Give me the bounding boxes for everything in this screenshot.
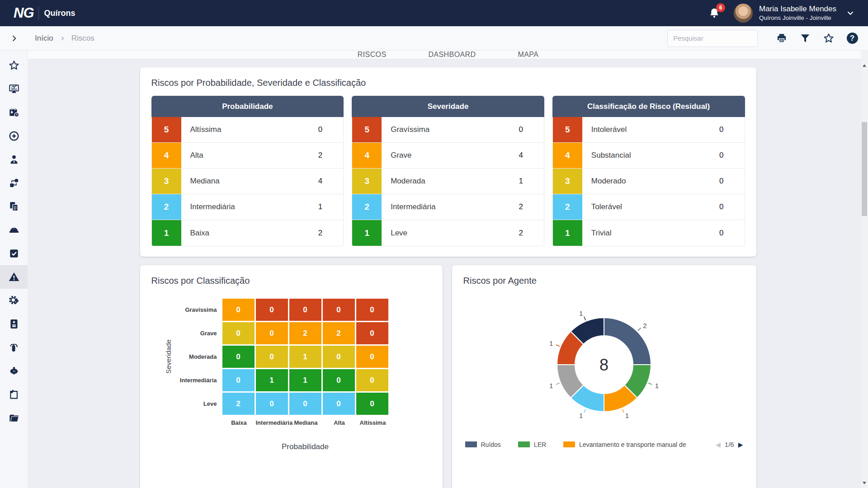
sidebar-item-risk[interactable] [0, 265, 28, 289]
print-button[interactable] [776, 33, 788, 44]
filter-button[interactable] [799, 33, 811, 44]
heatmap-cell[interactable]: 1 [289, 369, 321, 391]
heatmap-cell[interactable]: 0 [323, 299, 355, 321]
row-value: 4 [519, 143, 543, 168]
table-row[interactable]: 1Trivial0 [553, 220, 745, 246]
heatmap-cell[interactable]: 0 [289, 299, 321, 321]
heatmap-cell[interactable]: 0 [256, 322, 288, 344]
heatmap-cell[interactable]: 0 [222, 346, 255, 368]
heatmap-cell[interactable]: 1 [289, 346, 321, 368]
table-row[interactable]: 3Mediana4 [152, 169, 344, 194]
summary-table-header: Severidade [352, 96, 544, 117]
heatmap-col-label: Intermediária [256, 419, 289, 426]
vertical-scrollbar[interactable] [861, 51, 868, 488]
donut-callout-value: 1 [549, 339, 553, 347]
favorite-button[interactable] [823, 33, 835, 44]
sidebar-item-extinguisher[interactable] [0, 336, 28, 359]
heatmap-cell[interactable]: 0 [323, 346, 355, 368]
row-level-badge: 1 [152, 220, 181, 246]
heatmap-cell[interactable]: 0 [256, 299, 288, 321]
table-row[interactable]: 4Substancial0 [553, 143, 745, 169]
legend-item[interactable]: Levantamento e transporte manual de carg… [563, 441, 687, 448]
legend-prev-button[interactable]: ◀ [716, 441, 721, 448]
sidebar-expand-button[interactable] [0, 34, 28, 43]
heatmap-cell[interactable]: 0 [222, 369, 255, 391]
heatmap-cell[interactable]: 0 [323, 393, 355, 415]
legend-item[interactable]: Ruídos [465, 441, 501, 448]
sidebar-item-medical[interactable] [0, 312, 28, 336]
table-row[interactable]: 5Gravíssima0 [352, 117, 544, 143]
avatar[interactable] [734, 4, 753, 23]
breadcrumb-home[interactable]: Início [35, 34, 53, 43]
heatmap-cell[interactable]: 0 [289, 393, 321, 415]
table-row[interactable]: 4Alta2 [152, 143, 344, 169]
heatmap-cell[interactable]: 2 [289, 322, 321, 344]
heatmap-row-labels: GravíssimaGraveModeradaIntermediáriaLeve [174, 299, 222, 415]
table-row[interactable]: 1Leve2 [352, 220, 544, 246]
heatmap-cell[interactable]: 0 [356, 322, 388, 344]
notification-badge: 6 [716, 3, 725, 12]
table-row[interactable]: 1Baixa2 [152, 220, 344, 246]
table-row[interactable]: 2Intermediária1 [152, 194, 344, 220]
heatmap-cell[interactable]: 0 [356, 369, 388, 391]
user-menu[interactable]: Maria Isabelle Mendes Quírons Joinville … [759, 4, 836, 22]
heatmap-cell[interactable]: 0 [256, 393, 288, 415]
heatmap-cell[interactable]: 0 [356, 393, 388, 415]
heatmap-cell[interactable]: 0 [323, 369, 355, 391]
sidebar-item-folder[interactable] [0, 406, 28, 430]
sidebar-item-task[interactable] [0, 242, 28, 265]
user-tie-icon [8, 154, 20, 165]
sidebar-item-gear[interactable] [0, 289, 28, 312]
help-button[interactable]: ? [846, 33, 858, 44]
heatmap: Severidade GravíssimaGraveModeradaInterm… [151, 299, 431, 451]
heatmap-cell[interactable]: 0 [256, 346, 288, 368]
chevron-down-icon[interactable] [845, 8, 855, 18]
star-icon [823, 33, 835, 44]
table-row[interactable]: 3Moderado0 [553, 169, 745, 194]
table-row[interactable]: 5Altíssima0 [152, 117, 344, 143]
heatmap-cell[interactable]: 2 [323, 322, 355, 344]
sidebar-item-helmet[interactable] [0, 218, 28, 242]
sidebar-item-documents[interactable] [0, 195, 28, 218]
tab-mapa[interactable]: MAPA [518, 51, 538, 59]
sidebar-item-notebook[interactable] [0, 383, 28, 406]
heatmap-cell[interactable]: 0 [222, 299, 255, 321]
tab-bar: RISCOS DASHBOARD MAPA [28, 51, 868, 59]
heatmap-cell[interactable]: 0 [222, 322, 255, 344]
sidebar-item-star[interactable] [0, 54, 28, 77]
heatmap-cell[interactable]: 1 [256, 369, 288, 391]
row-label: Intermediária [181, 194, 318, 220]
donut-callout-line [638, 328, 641, 331]
tab-riscos[interactable]: RISCOS [358, 51, 387, 59]
sidebar-item-add[interactable] [0, 124, 28, 148]
table-row[interactable]: 4Grave4 [352, 143, 544, 169]
heatmap-col-label: Alta [323, 419, 356, 426]
table-row[interactable]: 2Intermediária2 [352, 194, 544, 220]
card-classification: Riscos por Classificação Severidade Grav… [140, 265, 443, 488]
app-logo[interactable]: NG Quírons [14, 5, 75, 21]
scroll-down-arrow[interactable] [863, 482, 866, 484]
calendar-clock-icon [8, 107, 20, 118]
sidebar-item-dashboard[interactable] [0, 77, 28, 101]
scrollbar-thumb[interactable] [862, 122, 867, 216]
table-row[interactable]: 2Tolerável0 [553, 194, 745, 220]
heatmap-cell[interactable]: 0 [356, 299, 388, 321]
scroll-up-arrow[interactable] [863, 64, 866, 67]
notifications-button[interactable]: 6 [708, 7, 720, 19]
legend-item[interactable]: LER [518, 441, 546, 448]
legend-label: Ruídos [481, 441, 501, 448]
search-input[interactable] [667, 30, 758, 47]
table-row[interactable]: 3Moderada1 [352, 169, 544, 194]
sidebar-item-workflow[interactable] [0, 171, 28, 195]
heatmap-cell[interactable]: 2 [222, 393, 255, 415]
legend-next-button[interactable]: ▶ [738, 441, 743, 448]
summary-table-body: 5Intolerável04Substancial03Moderado02Tol… [552, 117, 745, 246]
row-value: 1 [318, 194, 343, 220]
table-row[interactable]: 5Intolerável0 [553, 117, 745, 143]
legend-label: Levantamento e transporte manual de carg… [579, 441, 687, 448]
heatmap-cell[interactable]: 0 [356, 346, 388, 368]
tab-dashboard[interactable]: DASHBOARD [429, 51, 476, 59]
sidebar-item-user[interactable] [0, 148, 28, 171]
sidebar-item-mask[interactable] [0, 359, 28, 383]
sidebar-item-calendar[interactable] [0, 101, 28, 124]
